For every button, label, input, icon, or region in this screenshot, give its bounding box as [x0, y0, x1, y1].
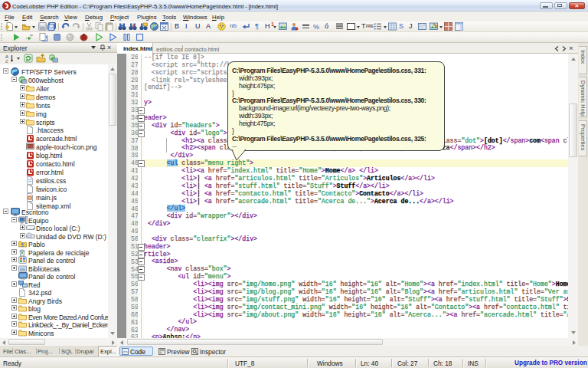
svg-text:<>: <>: [122, 350, 129, 354]
svg-text:%: %: [313, 23, 319, 31]
svg-text:Z: Z: [5, 59, 8, 63]
svg-text:PNG: PNG: [28, 145, 34, 149]
